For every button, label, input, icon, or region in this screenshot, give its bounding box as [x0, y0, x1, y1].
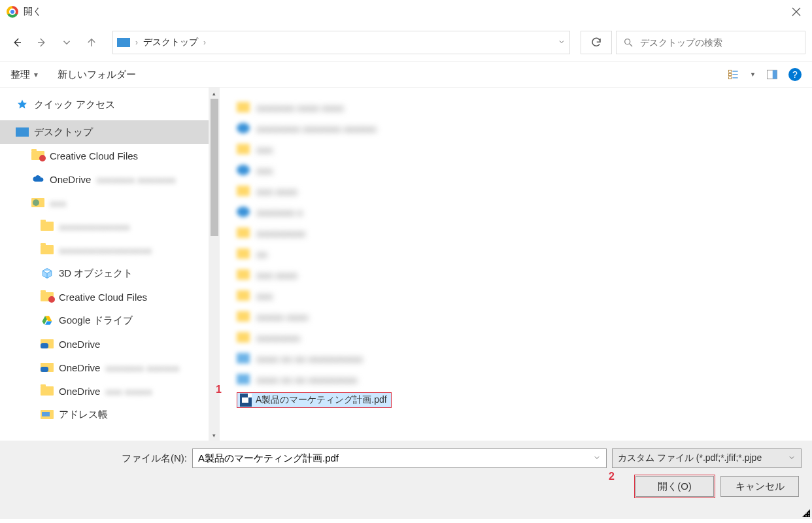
sidebar-item-address[interactable]: アドレス帳 — [0, 403, 220, 426]
scroll-down-icon[interactable]: ▾ — [209, 430, 220, 441]
folder-icon — [237, 332, 250, 343]
chevron-down-icon[interactable] — [593, 453, 601, 464]
sidebar-item-onedrive[interactable]: OneDrive aaaaaaa aaaaaaa — [0, 167, 220, 191]
tree-label: Google ドライブ — [59, 314, 133, 327]
tree-label: OneDrive — [59, 339, 100, 350]
filename-field[interactable] — [192, 448, 607, 468]
new-folder-button[interactable]: 新しいフォルダー — [58, 69, 136, 81]
sidebar-item-ccf2[interactable]: Creative Cloud Files — [0, 285, 220, 309]
file-label: aaaaaaaa aaaaaaa aaaaaa — [256, 123, 377, 134]
list-item[interactable]: aaa aaaa — [233, 180, 799, 201]
scroll-up-icon[interactable]: ▴ — [209, 88, 220, 99]
tree-label: OneDrive — [59, 386, 100, 397]
search-input[interactable] — [640, 37, 798, 48]
organize-label: 整理 — [10, 69, 30, 81]
list-item[interactable]: aaaa aa aa aaaaaaaaaa — [233, 348, 799, 369]
sidebar-item-generic[interactable]: aaaaaaaaaaaaaaaaa — [0, 238, 220, 262]
file-label: aaa aaaa — [256, 186, 297, 197]
list-item[interactable]: aaaaaaa a — [233, 201, 799, 222]
sidebar-item-user[interactable]: aaa — [0, 191, 220, 214]
recent-dropdown[interactable] — [56, 32, 77, 53]
svg-rect-3 — [729, 76, 732, 78]
svg-rect-1 — [729, 70, 732, 72]
search-box[interactable] — [616, 31, 805, 54]
tree-label: 3D オブジェクト — [59, 267, 133, 280]
open-button[interactable]: 開く(O) — [635, 476, 714, 497]
file-list: aaaaaaa aaaa aaaa aaaaaaaa aaaaaaa aaaaa… — [220, 88, 812, 441]
resize-grip[interactable] — [802, 509, 811, 518]
folder-icon — [237, 186, 250, 196]
organize-menu[interactable]: 整理 ▼ — [10, 69, 39, 81]
chevron-down-icon[interactable]: ▼ — [750, 71, 756, 78]
tree-label: Creative Cloud Files — [50, 150, 138, 161]
forward-button[interactable] — [31, 32, 52, 53]
sidebar-item-gdrive[interactable]: Google ドライブ — [0, 309, 220, 332]
chevron-down-icon — [61, 37, 73, 48]
open-label: 開く(O) — [658, 481, 692, 493]
list-item[interactable]: aaaaaaaa — [233, 327, 799, 348]
scrollbar-thumb[interactable] — [211, 99, 218, 236]
view-mode-button[interactable] — [726, 67, 741, 82]
tree-label: OneDrive — [50, 174, 91, 185]
list-item[interactable]: aaa aaaa — [233, 264, 799, 285]
file-label: aaa aaaa — [256, 269, 297, 280]
preview-pane-button[interactable] — [765, 67, 779, 82]
filename-input[interactable] — [198, 453, 593, 464]
list-item-selected[interactable]: A製品のマーケティング計画.pdf — [233, 390, 799, 411]
sidebar-item-ccf[interactable]: Creative Cloud Files — [0, 144, 220, 167]
file-label: aaa — [256, 144, 273, 155]
breadcrumb-location[interactable]: デスクトップ — [143, 37, 198, 48]
file-label: aaa — [256, 165, 273, 176]
arrow-right-icon — [36, 37, 48, 48]
folder-icon — [237, 102, 250, 112]
list-item[interactable]: aaaaaaa aaaa aaaa — [233, 97, 799, 118]
file-label: aaaaaaa aaaa aaaa — [256, 102, 343, 113]
sidebar-item-od2[interactable]: OneDrive aaaaaaa aaaaaa — [0, 356, 220, 379]
cloud-icon — [31, 173, 44, 185]
help-button[interactable]: ? — [788, 68, 802, 81]
file-label: aaa — [256, 290, 273, 301]
tree-label: デスクトップ — [34, 126, 93, 139]
tree-sub: aaaaaaa aaaaaaa — [96, 174, 175, 185]
new-folder-label: 新しいフォルダー — [58, 69, 136, 81]
folder-icon — [237, 228, 250, 238]
file-label: A製品のマーケティング計画.pdf — [256, 394, 387, 406]
file-type-filter[interactable]: カスタム ファイル (*.pdf;*.jfif;*.pjpe — [612, 448, 802, 468]
list-item[interactable]: aaa — [233, 285, 799, 306]
onedrive-folder-icon — [41, 339, 54, 348]
user-folder-icon — [31, 198, 44, 207]
cancel-button[interactable]: キャンセル — [720, 476, 799, 497]
chevron-right-icon: › — [135, 38, 138, 47]
preview-pane-icon — [766, 69, 779, 80]
sidebar-item-quick-access[interactable]: クイック アクセス — [0, 93, 220, 116]
list-item[interactable]: aaaaaaaaa — [233, 222, 799, 243]
list-item[interactable]: aaa — [233, 139, 799, 160]
tree-label: OneDrive — [59, 362, 100, 373]
list-item[interactable]: aaa — [233, 160, 799, 180]
sidebar-item-od3[interactable]: OneDrive aaa aaaaa — [0, 379, 220, 403]
refresh-button[interactable] — [581, 31, 612, 54]
up-button[interactable] — [81, 32, 102, 53]
file-label: aaaa aa aa aaaaaaaaa — [256, 374, 357, 385]
sidebar-item-od1[interactable]: OneDrive — [0, 332, 220, 356]
annotation-2: 2 — [609, 471, 615, 482]
folder-tree: クイック アクセス デスクトップ Creative Cloud Files On… — [0, 88, 220, 441]
list-item[interactable]: aaaaa aaaa — [233, 306, 799, 327]
filename-label: ファイル名(N): — [10, 452, 187, 465]
folder-icon — [41, 386, 54, 396]
sidebar-item-generic[interactable]: aaaaaaaaaaaaa — [0, 214, 220, 238]
folder-icon — [41, 292, 54, 301]
list-item[interactable]: aaaaaaaa aaaaaaa aaaaaa — [233, 118, 799, 139]
tree-sub: aaa aaaaa — [105, 386, 152, 397]
list-item[interactable]: aa — [233, 243, 799, 264]
close-button[interactable] — [787, 3, 805, 21]
list-item[interactable]: aaaa aa aa aaaaaaaaa — [233, 369, 799, 390]
back-button[interactable] — [7, 32, 27, 53]
sidebar-item-desktop[interactable]: デスクトップ — [0, 120, 220, 144]
svg-point-7 — [808, 513, 809, 514]
onedrive-folder-icon — [41, 363, 54, 372]
breadcrumb-dropdown[interactable] — [558, 37, 566, 48]
sidebar-item-3d[interactable]: 3D オブジェクト — [0, 262, 220, 285]
breadcrumb[interactable]: › デスクトップ › — [112, 31, 570, 54]
tree-label: aaa — [50, 197, 66, 209]
